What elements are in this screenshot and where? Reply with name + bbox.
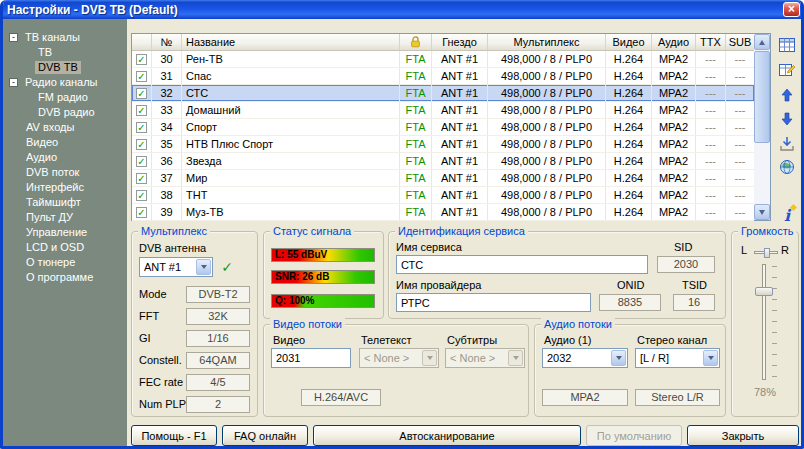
- channel-enabled-checkbox[interactable]: ✓: [132, 153, 152, 169]
- provider-name-input[interactable]: [396, 293, 591, 312]
- channel-enabled-checkbox[interactable]: ✓: [132, 68, 152, 84]
- sidebar-item-тв[interactable]: ТВ: [3, 45, 127, 60]
- channel-enabled-checkbox[interactable]: ✓: [132, 187, 152, 203]
- close-dialog-button[interactable]: Закрыть: [687, 425, 799, 446]
- channel-enabled-checkbox[interactable]: ✓: [132, 51, 152, 67]
- channel-row[interactable]: ✓32СТСFTAANT #1498,000 / 8 / PLP0H.264MP…: [132, 85, 754, 102]
- volume-slider[interactable]: [762, 264, 766, 380]
- tree-expander-icon[interactable]: -: [9, 33, 18, 42]
- sidebar-item-интерфейс[interactable]: Интерфейс: [3, 180, 127, 195]
- sidebar-item-dvb-радио[interactable]: DVB радио: [3, 105, 127, 120]
- channel-teletext: ---: [696, 153, 726, 169]
- info-button[interactable]: i: [776, 204, 798, 226]
- video-pid-input[interactable]: [271, 348, 351, 368]
- column-header-multiplex[interactable]: Мультиплекс: [488, 34, 606, 50]
- channel-row[interactable]: ✓30Рен-ТВFTAANT #1498,000 / 8 / PLP0H.26…: [132, 51, 754, 68]
- service-name-input[interactable]: [396, 255, 648, 274]
- sidebar-item-о-программе[interactable]: О программе: [3, 270, 127, 285]
- channel-row[interactable]: ✓34СпортFTAANT #1498,000 / 8 / PLP0H.264…: [132, 119, 754, 136]
- channel-row[interactable]: ✓38ТНТFTAANT #1498,000 / 8 / PLP0H.264MP…: [132, 187, 754, 204]
- sidebar-item-радио-каналы[interactable]: -Радио каналы: [3, 75, 127, 90]
- volume-ticks: [772, 266, 777, 378]
- volume-group: Громкость L R 78%: [731, 231, 799, 417]
- channel-multiplex: 498,000 / 8 / PLP0: [488, 51, 606, 67]
- channel-number: 33: [152, 102, 182, 118]
- channel-row[interactable]: ✓39Муз-ТВFTAANT #1498,000 / 8 / PLP0H.26…: [132, 204, 754, 221]
- channel-enabled-checkbox[interactable]: ✓: [132, 136, 152, 152]
- column-header-number[interactable]: №: [152, 34, 182, 50]
- web-button[interactable]: [776, 156, 798, 178]
- close-button[interactable]: ×: [783, 2, 800, 17]
- channel-enabled-checkbox[interactable]: ✓: [132, 204, 152, 220]
- channel-row[interactable]: ✓31СпасFTAANT #1498,000 / 8 / PLP0H.264M…: [132, 68, 754, 85]
- sidebar-item-av-входы[interactable]: AV входы: [3, 120, 127, 135]
- channel-number: 36: [152, 153, 182, 169]
- channel-row[interactable]: ✓35НТВ Плюс СпортFTAANT #1498,000 / 8 / …: [132, 136, 754, 153]
- provider-name-label: Имя провайдера: [396, 279, 481, 292]
- balance-slider[interactable]: [754, 251, 778, 254]
- sidebar-item-fm-радио[interactable]: FM радио: [3, 90, 127, 105]
- channel-row[interactable]: ✓37МирFTAANT #1498,000 / 8 / PLP0H.264MP…: [132, 170, 754, 187]
- sidebar-item-управление[interactable]: Управление: [3, 225, 127, 240]
- channel-socket: ANT #1: [432, 170, 488, 186]
- channel-enabled-checkbox[interactable]: ✓: [132, 102, 152, 118]
- tree-expander-icon[interactable]: -: [9, 78, 18, 87]
- dropdown-arrow-icon: [611, 350, 626, 366]
- titlebar[interactable]: Настройки - DVB ТВ (Default) ×: [0, 0, 804, 19]
- column-header-audio[interactable]: Аудио: [652, 34, 696, 50]
- channel-row[interactable]: ✓33ДомашнийFTAANT #1498,000 / 8 / PLP0H.…: [132, 102, 754, 119]
- channel-enabled-checkbox[interactable]: ✓: [132, 119, 152, 135]
- channel-name: Спас: [182, 68, 400, 84]
- channel-name: Муз-ТВ: [182, 204, 400, 220]
- channel-teletext: ---: [696, 68, 726, 84]
- audio-pid-select[interactable]: 2032: [542, 348, 628, 368]
- sidebar-item-тв-каналы[interactable]: -ТВ каналы: [3, 30, 127, 45]
- column-header-name[interactable]: Название: [182, 34, 400, 50]
- balance-thumb[interactable]: [764, 248, 770, 258]
- sidebar-item-пульт-ду[interactable]: Пульт ДУ: [3, 210, 127, 225]
- column-header-ttx[interactable]: TTX: [696, 34, 726, 50]
- move-down-button[interactable]: [776, 108, 798, 130]
- audio-streams-group: Аудио потоки Аудио (1) Стерео канал 2032…: [534, 324, 726, 417]
- teletext-select[interactable]: < None >: [359, 348, 439, 368]
- sidebar-item-dvb-поток[interactable]: DVB поток: [3, 165, 127, 180]
- scroll-down-button[interactable]: [754, 204, 770, 220]
- autoscan-button[interactable]: Автосканирование: [313, 425, 581, 446]
- sidebar-item-видео[interactable]: Видео: [3, 135, 127, 150]
- sidebar-item-о-тюнере[interactable]: О тюнере: [3, 255, 127, 270]
- signal-group-caption: Статус сигнала: [270, 225, 354, 237]
- sidebar-item-аудио[interactable]: Аудио: [3, 150, 127, 165]
- scroll-up-button[interactable]: [754, 34, 770, 50]
- channel-list-button[interactable]: [776, 34, 798, 56]
- help-button[interactable]: Помощь - F1: [131, 425, 217, 446]
- move-up-button[interactable]: [776, 84, 798, 106]
- stereo-select[interactable]: [L / R]: [635, 348, 720, 368]
- video-pid-label: Видео: [273, 334, 305, 347]
- defaults-button[interactable]: По умолчанию: [586, 425, 682, 446]
- column-header-encryption[interactable]: [400, 34, 432, 50]
- audio-pid-value: 2032: [547, 352, 571, 364]
- faq-button[interactable]: FAQ онлайн: [222, 425, 308, 446]
- sidebar-item-dvb-тв[interactable]: DVB ТВ: [3, 60, 127, 75]
- column-header-socket[interactable]: Гнездо: [432, 34, 488, 50]
- scrollbar-thumb[interactable]: [754, 51, 770, 143]
- multiplex-param-label: Mode: [139, 286, 167, 303]
- sidebar-item-lcd-и-osd[interactable]: LCD и OSD: [3, 240, 127, 255]
- subtitles-select[interactable]: < None >: [445, 348, 525, 368]
- edit-channel-button[interactable]: [776, 58, 798, 80]
- multiplex-param-label: GI: [139, 330, 151, 347]
- checkmark-icon: ✓: [136, 207, 147, 218]
- sidebar-item-label: ТВ: [35, 46, 55, 59]
- sidebar-item-таймшифт[interactable]: Таймшифт: [3, 195, 127, 210]
- column-header-video[interactable]: Видео: [606, 34, 652, 50]
- column-header-sub[interactable]: SUB: [726, 34, 754, 50]
- volume-thumb[interactable]: [755, 287, 773, 296]
- column-header-enabled[interactable]: [132, 34, 152, 50]
- channel-enabled-checkbox[interactable]: ✓: [132, 85, 152, 101]
- channel-subtitles: ---: [726, 170, 754, 186]
- channel-row[interactable]: ✓36ЗвездаFTAANT #1498,000 / 8 / PLP0H.26…: [132, 153, 754, 170]
- channel-subtitles: ---: [726, 136, 754, 152]
- channel-enabled-checkbox[interactable]: ✓: [132, 170, 152, 186]
- import-button[interactable]: [776, 132, 798, 154]
- channel-number: 31: [152, 68, 182, 84]
